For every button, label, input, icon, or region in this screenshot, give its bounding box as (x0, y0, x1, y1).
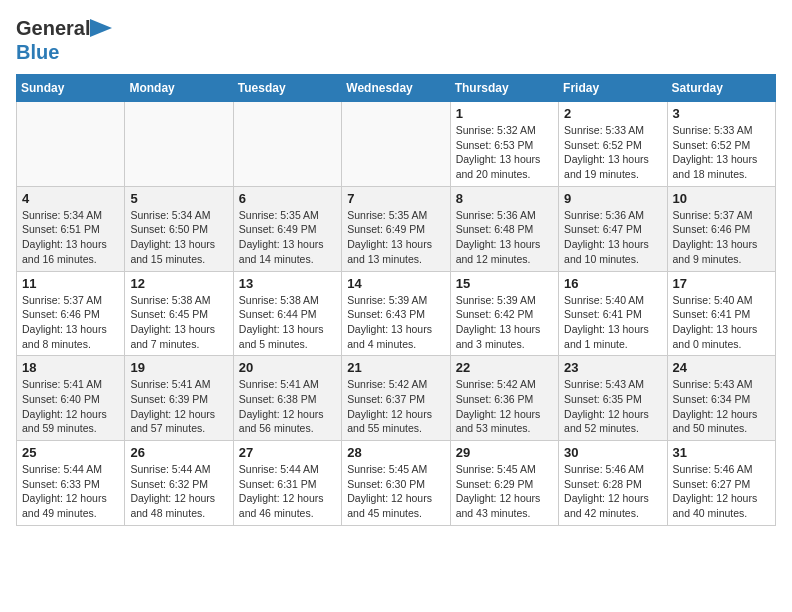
day-number: 23 (564, 360, 661, 375)
calendar-cell: 3Sunrise: 5:33 AM Sunset: 6:52 PM Daylig… (667, 102, 775, 187)
day-number: 29 (456, 445, 553, 460)
calendar-week-row: 18Sunrise: 5:41 AM Sunset: 6:40 PM Dayli… (17, 356, 776, 441)
calendar-cell (17, 102, 125, 187)
calendar-cell: 4Sunrise: 5:34 AM Sunset: 6:51 PM Daylig… (17, 186, 125, 271)
day-detail: Sunrise: 5:39 AM Sunset: 6:42 PM Dayligh… (456, 293, 553, 352)
calendar-week-row: 4Sunrise: 5:34 AM Sunset: 6:51 PM Daylig… (17, 186, 776, 271)
logo-blue: Blue (16, 40, 112, 64)
day-number: 4 (22, 191, 119, 206)
calendar-cell: 23Sunrise: 5:43 AM Sunset: 6:35 PM Dayli… (559, 356, 667, 441)
day-detail: Sunrise: 5:42 AM Sunset: 6:37 PM Dayligh… (347, 377, 444, 436)
calendar-cell: 8Sunrise: 5:36 AM Sunset: 6:48 PM Daylig… (450, 186, 558, 271)
day-detail: Sunrise: 5:41 AM Sunset: 6:40 PM Dayligh… (22, 377, 119, 436)
day-detail: Sunrise: 5:38 AM Sunset: 6:44 PM Dayligh… (239, 293, 336, 352)
calendar-cell (342, 102, 450, 187)
calendar-cell (233, 102, 341, 187)
calendar-cell: 18Sunrise: 5:41 AM Sunset: 6:40 PM Dayli… (17, 356, 125, 441)
calendar-cell: 31Sunrise: 5:46 AM Sunset: 6:27 PM Dayli… (667, 441, 775, 526)
calendar-cell: 19Sunrise: 5:41 AM Sunset: 6:39 PM Dayli… (125, 356, 233, 441)
weekday-header-wednesday: Wednesday (342, 75, 450, 102)
calendar-cell: 7Sunrise: 5:35 AM Sunset: 6:49 PM Daylig… (342, 186, 450, 271)
calendar-cell: 6Sunrise: 5:35 AM Sunset: 6:49 PM Daylig… (233, 186, 341, 271)
calendar-cell: 22Sunrise: 5:42 AM Sunset: 6:36 PM Dayli… (450, 356, 558, 441)
day-detail: Sunrise: 5:35 AM Sunset: 6:49 PM Dayligh… (239, 208, 336, 267)
calendar-cell: 11Sunrise: 5:37 AM Sunset: 6:46 PM Dayli… (17, 271, 125, 356)
day-number: 24 (673, 360, 770, 375)
calendar-cell: 2Sunrise: 5:33 AM Sunset: 6:52 PM Daylig… (559, 102, 667, 187)
day-number: 21 (347, 360, 444, 375)
day-detail: Sunrise: 5:42 AM Sunset: 6:36 PM Dayligh… (456, 377, 553, 436)
day-detail: Sunrise: 5:36 AM Sunset: 6:47 PM Dayligh… (564, 208, 661, 267)
weekday-header-friday: Friday (559, 75, 667, 102)
day-number: 8 (456, 191, 553, 206)
calendar-cell (125, 102, 233, 187)
day-number: 11 (22, 276, 119, 291)
weekday-header-monday: Monday (125, 75, 233, 102)
day-detail: Sunrise: 5:34 AM Sunset: 6:50 PM Dayligh… (130, 208, 227, 267)
calendar-cell: 29Sunrise: 5:45 AM Sunset: 6:29 PM Dayli… (450, 441, 558, 526)
day-detail: Sunrise: 5:32 AM Sunset: 6:53 PM Dayligh… (456, 123, 553, 182)
calendar-week-row: 11Sunrise: 5:37 AM Sunset: 6:46 PM Dayli… (17, 271, 776, 356)
day-number: 30 (564, 445, 661, 460)
day-detail: Sunrise: 5:37 AM Sunset: 6:46 PM Dayligh… (22, 293, 119, 352)
calendar-cell: 25Sunrise: 5:44 AM Sunset: 6:33 PM Dayli… (17, 441, 125, 526)
day-number: 13 (239, 276, 336, 291)
weekday-header-tuesday: Tuesday (233, 75, 341, 102)
calendar-cell: 21Sunrise: 5:42 AM Sunset: 6:37 PM Dayli… (342, 356, 450, 441)
day-number: 20 (239, 360, 336, 375)
day-detail: Sunrise: 5:44 AM Sunset: 6:33 PM Dayligh… (22, 462, 119, 521)
day-number: 25 (22, 445, 119, 460)
calendar-cell: 15Sunrise: 5:39 AM Sunset: 6:42 PM Dayli… (450, 271, 558, 356)
calendar-header-row: SundayMondayTuesdayWednesdayThursdayFrid… (17, 75, 776, 102)
calendar-cell: 10Sunrise: 5:37 AM Sunset: 6:46 PM Dayli… (667, 186, 775, 271)
day-number: 14 (347, 276, 444, 291)
day-detail: Sunrise: 5:40 AM Sunset: 6:41 PM Dayligh… (564, 293, 661, 352)
calendar-cell: 12Sunrise: 5:38 AM Sunset: 6:45 PM Dayli… (125, 271, 233, 356)
day-detail: Sunrise: 5:44 AM Sunset: 6:31 PM Dayligh… (239, 462, 336, 521)
day-number: 26 (130, 445, 227, 460)
day-detail: Sunrise: 5:37 AM Sunset: 6:46 PM Dayligh… (673, 208, 770, 267)
day-number: 15 (456, 276, 553, 291)
day-detail: Sunrise: 5:43 AM Sunset: 6:35 PM Dayligh… (564, 377, 661, 436)
day-detail: Sunrise: 5:40 AM Sunset: 6:41 PM Dayligh… (673, 293, 770, 352)
day-detail: Sunrise: 5:39 AM Sunset: 6:43 PM Dayligh… (347, 293, 444, 352)
logo: GeneralBlue (16, 16, 112, 64)
day-number: 19 (130, 360, 227, 375)
day-number: 17 (673, 276, 770, 291)
day-number: 3 (673, 106, 770, 121)
calendar-cell: 1Sunrise: 5:32 AM Sunset: 6:53 PM Daylig… (450, 102, 558, 187)
day-number: 12 (130, 276, 227, 291)
day-number: 1 (456, 106, 553, 121)
day-detail: Sunrise: 5:41 AM Sunset: 6:39 PM Dayligh… (130, 377, 227, 436)
weekday-header-thursday: Thursday (450, 75, 558, 102)
day-number: 6 (239, 191, 336, 206)
weekday-header-saturday: Saturday (667, 75, 775, 102)
day-detail: Sunrise: 5:35 AM Sunset: 6:49 PM Dayligh… (347, 208, 444, 267)
day-number: 2 (564, 106, 661, 121)
day-detail: Sunrise: 5:44 AM Sunset: 6:32 PM Dayligh… (130, 462, 227, 521)
day-detail: Sunrise: 5:33 AM Sunset: 6:52 PM Dayligh… (564, 123, 661, 182)
weekday-header-sunday: Sunday (17, 75, 125, 102)
calendar-week-row: 25Sunrise: 5:44 AM Sunset: 6:33 PM Dayli… (17, 441, 776, 526)
day-number: 18 (22, 360, 119, 375)
logo-arrow-icon (90, 19, 112, 37)
day-detail: Sunrise: 5:34 AM Sunset: 6:51 PM Dayligh… (22, 208, 119, 267)
calendar-cell: 20Sunrise: 5:41 AM Sunset: 6:38 PM Dayli… (233, 356, 341, 441)
day-detail: Sunrise: 5:41 AM Sunset: 6:38 PM Dayligh… (239, 377, 336, 436)
day-number: 9 (564, 191, 661, 206)
day-detail: Sunrise: 5:45 AM Sunset: 6:30 PM Dayligh… (347, 462, 444, 521)
day-detail: Sunrise: 5:38 AM Sunset: 6:45 PM Dayligh… (130, 293, 227, 352)
day-number: 10 (673, 191, 770, 206)
calendar-cell: 16Sunrise: 5:40 AM Sunset: 6:41 PM Dayli… (559, 271, 667, 356)
calendar-cell: 24Sunrise: 5:43 AM Sunset: 6:34 PM Dayli… (667, 356, 775, 441)
svg-marker-0 (90, 19, 112, 37)
day-number: 16 (564, 276, 661, 291)
calendar-table: SundayMondayTuesdayWednesdayThursdayFrid… (16, 74, 776, 526)
calendar-cell: 14Sunrise: 5:39 AM Sunset: 6:43 PM Dayli… (342, 271, 450, 356)
day-detail: Sunrise: 5:33 AM Sunset: 6:52 PM Dayligh… (673, 123, 770, 182)
day-detail: Sunrise: 5:46 AM Sunset: 6:27 PM Dayligh… (673, 462, 770, 521)
day-detail: Sunrise: 5:36 AM Sunset: 6:48 PM Dayligh… (456, 208, 553, 267)
day-number: 28 (347, 445, 444, 460)
calendar-cell: 30Sunrise: 5:46 AM Sunset: 6:28 PM Dayli… (559, 441, 667, 526)
day-number: 31 (673, 445, 770, 460)
